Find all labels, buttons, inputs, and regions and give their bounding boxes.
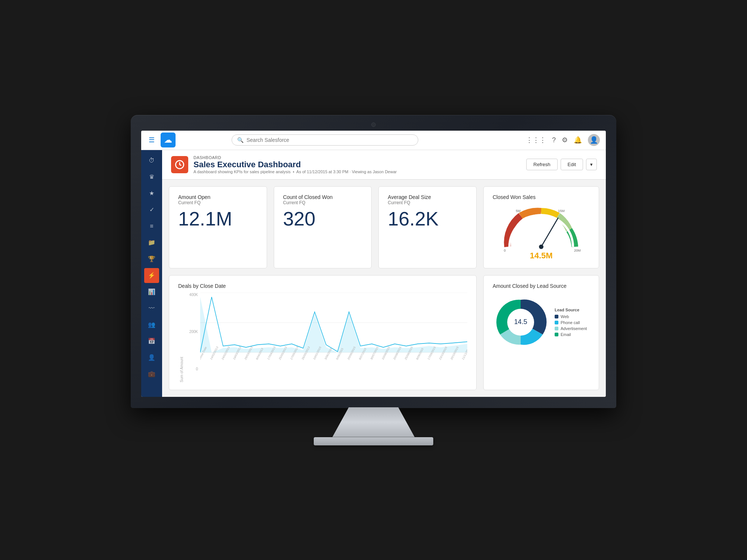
- legend-item-advertisement: Advertisement: [555, 326, 587, 331]
- sidebar-item-files[interactable]: 📁: [144, 235, 159, 250]
- legend-label: Email: [561, 332, 571, 337]
- legend-dot-web: [555, 315, 558, 318]
- svg-line-6: [541, 218, 558, 247]
- sidebar-item-calendar[interactable]: 📅: [144, 334, 159, 349]
- kpi-subtitle: Current FQ: [283, 200, 363, 205]
- donut-area: 14.5 Lead Source Web: [493, 294, 590, 352]
- legend-label: Web: [561, 314, 569, 319]
- kpi-value: 12.1M: [178, 209, 258, 228]
- monitor-bezel: ☰ ☁ 🔍 ⋮⋮⋮ ? ⚙ 🔔 👤: [131, 115, 616, 408]
- sidebar-item-notes[interactable]: ≡: [144, 219, 159, 234]
- recent-icon: ⏱: [149, 157, 155, 164]
- sidebar-item-achievements[interactable]: 🏆: [144, 252, 159, 267]
- sidebar-item-reports[interactable]: 📊: [144, 284, 159, 299]
- avatar[interactable]: 👤: [588, 134, 600, 146]
- page-title: Sales Executive Dashboard: [193, 160, 397, 169]
- refresh-button[interactable]: Refresh: [526, 159, 558, 170]
- activity-icon: 〰: [149, 305, 155, 312]
- dashboard-title-area: DASHBOARD Sales Executive Dashboard A da…: [171, 155, 397, 174]
- people-icon: 👥: [148, 321, 155, 328]
- sidebar-item-contacts[interactable]: 👥: [144, 317, 159, 332]
- donut-card: Amount Closed by Lead Source: [483, 275, 599, 390]
- screen: ☰ ☁ 🔍 ⋮⋮⋮ ? ⚙ 🔔 👤: [141, 131, 606, 397]
- sidebar-item-recent[interactable]: ⏱: [144, 153, 159, 168]
- top-row: Amount Open Current FQ 12.1M Count of Cl…: [169, 186, 599, 268]
- line-chart-svg: Close Date 14/02/2013 24/02/2013 19/03/2…: [200, 293, 467, 382]
- salesforce-logo[interactable]: ☁: [161, 133, 176, 147]
- notes-icon: ≡: [150, 223, 153, 230]
- search-bar[interactable]: 🔍: [232, 134, 418, 146]
- svg-text:10/08/2015: 10/08/2015: [381, 346, 391, 360]
- donut-title: Amount Closed by Lead Source: [493, 283, 590, 289]
- sidebar: ⏱ ♛ ★ ✓ ≡ 📁 🏆 ⚡ 📊 〰 👥 📅 👤 💼: [141, 150, 162, 397]
- kpi-card-avg-deal: Average Deal Size Current FQ 16.2K: [378, 186, 477, 268]
- folder-icon: 📁: [148, 239, 155, 246]
- briefcase-icon: 💼: [148, 370, 155, 377]
- gauge-card: Closed Won Sales: [483, 186, 599, 268]
- svg-text:29/03/2013: 29/03/2013: [244, 346, 253, 360]
- legend-dot-email: [555, 333, 558, 336]
- svg-text:5M: 5M: [516, 209, 521, 213]
- sidebar-item-jobs[interactable]: 💼: [144, 367, 159, 382]
- monitor-wrapper: ☰ ☁ 🔍 ⋮⋮⋮ ? ⚙ 🔔 👤: [131, 115, 616, 445]
- search-icon: 🔍: [237, 137, 244, 143]
- main-layout: ⏱ ♛ ★ ✓ ≡ 📁 🏆 ⚡ 📊 〰 👥 📅 👤 💼: [141, 150, 606, 397]
- svg-text:0: 0: [504, 249, 506, 252]
- hamburger-icon[interactable]: ☰: [147, 134, 156, 146]
- chart-title: Deals by Close Date: [178, 283, 467, 289]
- settings-icon[interactable]: ⚙: [562, 136, 568, 144]
- dashboard-text: DASHBOARD Sales Executive Dashboard A da…: [193, 155, 397, 174]
- edit-button[interactable]: Edit: [561, 159, 583, 170]
- sidebar-item-users[interactable]: 👤: [144, 350, 159, 365]
- svg-text:15M: 15M: [558, 209, 565, 213]
- trophy-icon: 🏆: [148, 255, 155, 262]
- monitor-stand: [332, 407, 415, 437]
- dashboard-subtitle: A dashboard showing KPIs for sales pipel…: [193, 169, 397, 174]
- gauge-container: 0 5M 15M 20M: [500, 204, 582, 249]
- svg-text:14/02/2013: 14/02/2013: [210, 346, 219, 360]
- legend: Lead Source Web Phone call: [555, 308, 587, 338]
- star-icon: ★: [149, 190, 154, 197]
- kpi-card-closed-won: Count of Closed Won Current FQ 320: [274, 186, 372, 268]
- task-icon: ✓: [149, 206, 154, 213]
- kpi-title: Amount Open: [178, 194, 258, 200]
- kpi-value: 320: [283, 209, 363, 228]
- legend-title: Lead Source: [555, 308, 587, 312]
- chart-icon: 📊: [148, 288, 155, 295]
- svg-text:14.5: 14.5: [514, 318, 527, 326]
- kpi-subtitle: Current FQ: [388, 200, 467, 205]
- apps-icon[interactable]: ⋮⋮⋮: [526, 136, 546, 144]
- breadcrumb: DASHBOARD: [193, 155, 397, 160]
- top-nav: ☰ ☁ 🔍 ⋮⋮⋮ ? ⚙ 🔔 👤: [141, 131, 606, 150]
- sidebar-item-tasks[interactable]: ✓: [144, 202, 159, 217]
- sidebar-item-starred[interactable]: ★: [144, 186, 159, 201]
- sf-app: ☰ ☁ 🔍 ⋮⋮⋮ ? ⚙ 🔔 👤: [141, 131, 606, 397]
- sidebar-item-favorites[interactable]: ♛: [144, 169, 159, 184]
- line-chart-card: Deals by Close Date Sum of Amount 400K 2…: [169, 275, 477, 390]
- crown-icon: ♛: [149, 173, 154, 180]
- content-area: DASHBOARD Sales Executive Dashboard A da…: [162, 150, 606, 397]
- kpi-title: Average Deal Size: [388, 194, 467, 200]
- help-icon[interactable]: ?: [552, 136, 556, 144]
- legend-dot-advertisement: [555, 327, 558, 330]
- header-actions: Refresh Edit ▾: [526, 159, 597, 170]
- donut-chart: 14.5: [493, 294, 549, 352]
- kpi-row: Amount Open Current FQ 12.1M Count of Cl…: [169, 186, 477, 268]
- svg-marker-10: [200, 297, 467, 352]
- legend-dot-phone: [555, 321, 558, 324]
- legend-item-web: Web: [555, 314, 587, 319]
- sidebar-item-activity[interactable]: 〰: [144, 301, 159, 316]
- bottom-row: Deals by Close Date Sum of Amount 400K 2…: [169, 275, 599, 390]
- user-icon: 👤: [148, 354, 155, 361]
- gauge-icon: ⚡: [148, 272, 155, 279]
- legend-label: Advertisement: [561, 326, 587, 331]
- notifications-icon[interactable]: 🔔: [574, 136, 582, 144]
- dashboard-body: Amount Open Current FQ 12.1M Count of Cl…: [162, 180, 606, 397]
- dashboard-icon: [171, 156, 188, 173]
- monitor-base: [314, 437, 433, 445]
- kpi-value: 16.2K: [388, 209, 467, 228]
- legend-label: Phone call: [561, 320, 580, 325]
- search-input[interactable]: [247, 137, 413, 143]
- sidebar-item-dashboard[interactable]: ⚡: [144, 268, 159, 283]
- more-options-button[interactable]: ▾: [586, 159, 597, 170]
